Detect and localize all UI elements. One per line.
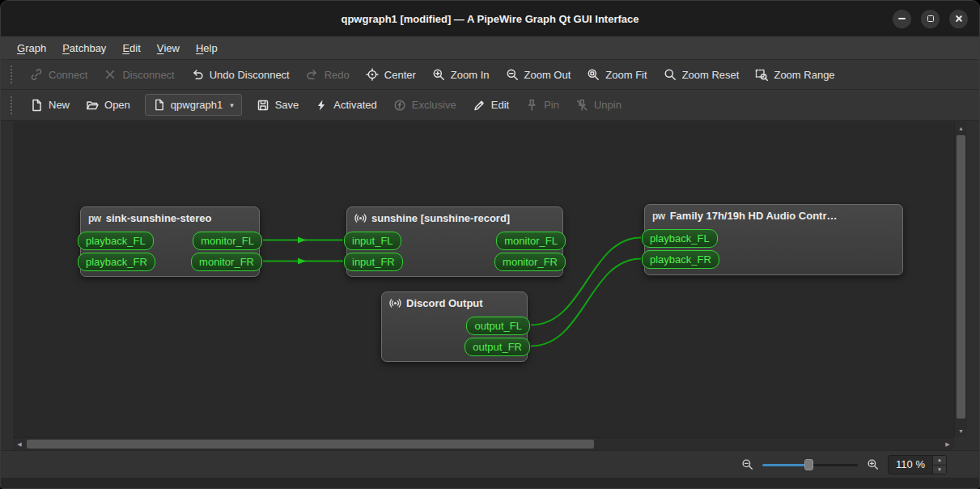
edit-button[interactable]: Edit	[465, 93, 517, 117]
toolbar-main: Connect Disconnect Undo Disconnect Redo …	[1, 60, 979, 90]
new-file-icon	[30, 99, 43, 112]
port[interactable]: monitor_FL	[496, 232, 566, 250]
close-button[interactable]	[949, 10, 968, 28]
node-title: sunshine [sunshine-record]	[347, 207, 562, 224]
zoom-slider[interactable]	[762, 457, 858, 472]
patchbay-select[interactable]: qpwgraph1 ▾	[145, 94, 242, 116]
zoom-fit-icon	[587, 68, 600, 81]
port[interactable]: playback_FR	[78, 253, 155, 271]
port[interactable]: monitor_FR	[494, 253, 566, 271]
maximize-icon	[927, 15, 934, 22]
new-button[interactable]: New	[22, 93, 78, 117]
center-icon	[366, 68, 379, 81]
node-discord-output[interactable]: Discord Output output_FL output_FR	[381, 291, 528, 362]
input-ports: input_FL input_FR	[344, 232, 403, 271]
zoom-spin-down-button[interactable]: ▼	[933, 465, 946, 474]
open-button[interactable]: Open	[78, 93, 138, 117]
port[interactable]: monitor_FL	[193, 232, 262, 250]
speaker-icon	[389, 297, 401, 309]
speaker-icon	[354, 212, 367, 224]
file-icon	[153, 99, 165, 111]
port[interactable]: output_FL	[466, 317, 530, 335]
connect-button[interactable]: Connect	[22, 62, 95, 87]
zoom-fit-button[interactable]: Zoom Fit	[579, 62, 655, 87]
port[interactable]: monitor_FR	[191, 253, 262, 271]
statusbar: 110 % ▲ ▼	[1, 450, 979, 478]
node-title: Discord Output	[382, 292, 527, 309]
horizontal-scrollbar[interactable]: ◀ ▶	[13, 437, 954, 450]
center-button[interactable]: Center	[358, 62, 424, 87]
menu-help[interactable]: Help	[188, 36, 226, 59]
maximize-button[interactable]	[921, 10, 940, 28]
vertical-scroll-handle[interactable]	[957, 135, 965, 419]
node-sink-sunshine-stereo[interactable]: pw sink-sunshine-stereo playback_FL play…	[80, 206, 260, 277]
exclusive-toggle[interactable]: Exclusive	[385, 93, 465, 117]
activated-toggle[interactable]: Activated	[307, 93, 384, 117]
undo-disconnect-button[interactable]: Undo Disconnect	[183, 62, 298, 87]
chevron-down-icon: ▾	[230, 101, 234, 109]
zoom-out-icon	[506, 68, 519, 81]
wire-arrow-icon	[298, 237, 306, 244]
zoom-in-icon	[867, 458, 879, 470]
port[interactable]: playback_FR	[642, 250, 719, 269]
input-ports: playback_FL playback_FR	[642, 229, 719, 269]
zoom-in-icon	[432, 68, 445, 81]
titlebar[interactable]: qpwgraph1 [modified] — A PipeWire Graph …	[1, 1, 979, 36]
menu-patchbay[interactable]: Patchbay	[54, 36, 114, 59]
zoom-value: 110 %	[896, 458, 925, 470]
zoom-out-icon	[741, 458, 753, 470]
node-family-audio-controller[interactable]: pw Family 17h/19h HD Audio Contr… playba…	[644, 204, 903, 275]
output-ports: monitor_FL monitor_FR	[191, 232, 262, 271]
pin-button[interactable]: Pin	[517, 93, 567, 117]
toolbar-drag-handle[interactable]	[11, 66, 12, 83]
scroll-left-arrow[interactable]: ◀	[13, 438, 26, 450]
save-button[interactable]: Save	[248, 93, 308, 117]
lightning-icon	[315, 99, 328, 112]
graph-canvas[interactable]: pw sink-sunshine-stereo playback_FL play…	[13, 121, 954, 437]
app-window: qpwgraph1 [modified] — A PipeWire Graph …	[0, 0, 980, 489]
port[interactable]: input_FL	[344, 232, 401, 250]
node-sunshine[interactable]: sunshine [sunshine-record] input_FL inpu…	[346, 206, 563, 277]
menu-graph[interactable]: Graph	[9, 36, 54, 59]
input-ports: playback_FL playback_FR	[78, 232, 155, 271]
open-folder-icon	[86, 99, 99, 112]
zoom-range-button[interactable]: Zoom Range	[747, 62, 842, 87]
scroll-down-arrow[interactable]: ▼	[955, 424, 967, 437]
zoom-spin-up-button[interactable]: ▲	[933, 456, 946, 465]
vertical-scrollbar[interactable]: ▲ ▼	[954, 121, 967, 437]
unpin-icon	[575, 99, 588, 112]
unpin-button[interactable]: Unpin	[567, 93, 630, 117]
zoom-reset-button[interactable]: Zoom Reset	[655, 62, 748, 87]
pipewire-icon: pw	[88, 213, 101, 224]
node-title: pw sink-sunshine-stereo	[81, 207, 259, 224]
port[interactable]: playback_FL	[78, 232, 154, 250]
zoom-slider-fill	[762, 464, 808, 466]
zoom-slider-thumb[interactable]	[804, 459, 813, 470]
undo-icon	[191, 68, 204, 81]
redo-icon	[306, 68, 319, 81]
scroll-right-arrow[interactable]: ▶	[941, 438, 954, 450]
zoom-out-button[interactable]: Zoom Out	[498, 62, 579, 87]
horizontal-scroll-track[interactable]	[26, 438, 941, 450]
zoom-range-icon	[755, 68, 768, 81]
toolbar-drag-handle[interactable]	[11, 96, 12, 114]
redo-button[interactable]: Redo	[298, 62, 358, 87]
disconnect-button[interactable]: Disconnect	[95, 62, 182, 87]
horizontal-scroll-handle[interactable]	[27, 440, 594, 449]
port[interactable]: input_FR	[344, 253, 403, 271]
output-ports: monitor_FL monitor_FR	[494, 232, 566, 271]
zoom-in-button[interactable]: Zoom In	[424, 62, 498, 87]
minimize-icon	[898, 18, 906, 19]
menu-view[interactable]: View	[149, 36, 188, 59]
exclusive-icon	[393, 99, 406, 112]
wire-arrow-icon	[298, 258, 306, 265]
scroll-up-arrow[interactable]: ▲	[955, 121, 967, 134]
menu-edit[interactable]: Edit	[114, 36, 148, 59]
vertical-scroll-track[interactable]	[955, 134, 967, 424]
menubar: Graph Patchbay Edit View Help	[1, 36, 979, 60]
port[interactable]: playback_FL	[642, 229, 718, 248]
port[interactable]: output_FR	[465, 338, 530, 356]
zoom-spinbox[interactable]: 110 % ▲ ▼	[888, 455, 947, 474]
pencil-icon	[473, 99, 486, 112]
minimize-button[interactable]	[893, 10, 911, 28]
